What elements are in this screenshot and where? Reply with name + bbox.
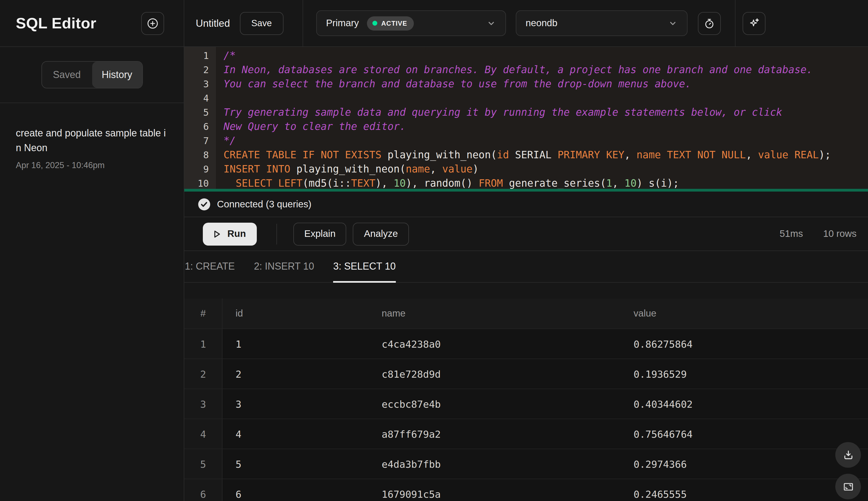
line-number: 2 [184, 63, 216, 77]
table-row[interactable]: 661679091c5a0.2465555 [184, 479, 868, 501]
sidebar: SQL Editor Saved History create and popu… [0, 0, 184, 501]
history-item-timestamp: Apr 16, 2025 - 10:46pm [16, 160, 167, 170]
data-cell: 1679091c5a [369, 479, 620, 501]
data-cell: 4 [222, 419, 369, 449]
sparkles-icon [747, 17, 761, 30]
column-header: id [222, 299, 369, 329]
tab-saved[interactable]: Saved [42, 62, 92, 88]
row-index-cell: 1 [184, 329, 222, 359]
table-row[interactable]: 33eccbc87e4b0.40344602 [184, 388, 868, 419]
divider [735, 0, 736, 47]
data-cell: c81e728d9d [369, 359, 620, 388]
main-panel: Untitled Save Primary ACTIVE neondb [184, 0, 868, 501]
expand-icon [842, 480, 855, 493]
row-index-cell: 4 [184, 419, 222, 449]
result-tab[interactable]: 1: CREATE [185, 251, 235, 282]
data-cell: 3 [222, 389, 369, 419]
data-cell: 0.75646764 [620, 419, 868, 449]
code-editor[interactable]: 12345678910 /*In Neon, databases are sto… [184, 47, 868, 192]
analyze-button[interactable]: Analyze [353, 222, 409, 245]
code-line: */ [223, 134, 868, 148]
line-number: 9 [184, 162, 216, 176]
saved-history-toggle: Saved History [41, 61, 143, 88]
divider [276, 223, 277, 244]
code-line [223, 91, 868, 105]
explain-button[interactable]: Explain [293, 222, 347, 245]
data-cell: 0.2974366 [620, 449, 868, 479]
column-header: # [184, 299, 222, 329]
branch-name: Primary [326, 18, 359, 29]
table-row[interactable]: 22c81e728d9d0.1936529 [184, 359, 868, 388]
editor-gutter: 12345678910 [184, 47, 216, 192]
tab-history[interactable]: History [92, 62, 142, 88]
table-header-row: #idnamevalue [184, 299, 868, 329]
line-number: 4 [184, 91, 216, 105]
result-tabs: 1: CREATE2: INSERT 103: SELECT 10 [184, 251, 868, 283]
expand-results-button[interactable] [835, 474, 861, 499]
row-index-cell: 3 [184, 389, 222, 419]
editor-code: /*In Neon, databases are stored on branc… [216, 47, 868, 192]
line-number: 8 [184, 148, 216, 162]
line-number: 3 [184, 77, 216, 91]
editor-progress-bar [184, 189, 868, 192]
result-tab[interactable]: 2: INSERT 10 [254, 251, 314, 282]
plus-circle-icon [146, 17, 159, 30]
editor-topbar: Untitled Save Primary ACTIVE neondb [184, 0, 868, 47]
code-line: In Neon, databases are stored on branche… [223, 63, 868, 77]
data-cell: 5 [222, 449, 369, 479]
line-number: 1 [184, 49, 216, 63]
code-line: CREATE TABLE IF NOT EXISTS playing_with_… [223, 148, 868, 162]
chevron-down-icon [486, 18, 496, 28]
table-row[interactable]: 44a87ff679a20.75646764 [184, 419, 868, 449]
code-line: SELECT LEFT(md5(i::TEXT), 10), random() … [223, 176, 868, 191]
ai-assist-button[interactable] [743, 12, 766, 35]
connection-status-label: Connected (3 queries) [217, 199, 311, 210]
history-item-title: create and populate sample table in Neon [16, 126, 167, 156]
table-body: 11c4ca4238a00.8627586422c81e728d9d0.1936… [184, 329, 868, 501]
branch-status-badge: ACTIVE [367, 16, 414, 30]
query-name-group: Untitled Save [184, 0, 303, 46]
database-name: neondb [526, 18, 558, 29]
run-button[interactable]: Run [203, 222, 257, 245]
play-icon [210, 228, 222, 240]
code-line: New Query to clear the editor. [223, 119, 868, 134]
status-dot [373, 21, 377, 26]
page-title: SQL Editor [16, 14, 96, 32]
status-label: ACTIVE [381, 19, 407, 27]
history-item[interactable]: create and populate sample table in Neon… [16, 126, 167, 170]
code-line: You can select the branch and database t… [223, 77, 868, 91]
data-cell: c4ca4238a0 [369, 329, 620, 359]
download-results-button[interactable] [835, 442, 861, 468]
sidebar-tabs-section: Saved History [0, 47, 184, 103]
data-cell: 0.2465555 [620, 479, 868, 501]
data-cell: 0.86275864 [620, 329, 868, 359]
column-header: value [620, 299, 868, 329]
column-header: name [369, 299, 620, 329]
table-row[interactable]: 55e4da3b7fbb0.2974366 [184, 449, 868, 479]
data-cell: 0.40344602 [620, 389, 868, 419]
data-cell: eccbc87e4b [369, 389, 620, 419]
branch-select[interactable]: Primary ACTIVE [316, 10, 506, 36]
actions-row: Run Explain Analyze 51ms 10 rows [184, 217, 868, 251]
run-label: Run [227, 228, 246, 239]
data-cell: 1 [222, 329, 369, 359]
result-tab[interactable]: 3: SELECT 10 [333, 251, 396, 282]
data-cell: 2 [222, 359, 369, 388]
download-icon [842, 448, 855, 461]
history-list: create and populate sample table in Neon… [0, 103, 184, 170]
line-number: 5 [184, 105, 216, 119]
database-select[interactable]: neondb [516, 10, 688, 36]
line-number: 6 [184, 119, 216, 134]
table-row[interactable]: 11c4ca4238a00.86275864 [184, 329, 868, 359]
query-stats: 51ms 10 rows [780, 228, 857, 239]
stopwatch-icon [703, 17, 716, 30]
chevron-down-icon [668, 18, 678, 28]
new-query-button[interactable] [141, 12, 164, 35]
line-number: 7 [184, 134, 216, 148]
check-circle-icon [198, 198, 210, 210]
row-index-cell: 2 [184, 359, 222, 388]
query-history-button[interactable] [698, 12, 721, 35]
save-button[interactable]: Save [240, 12, 283, 35]
data-cell: e4da3b7fbb [369, 449, 620, 479]
data-cell: a87ff679a2 [369, 419, 620, 449]
